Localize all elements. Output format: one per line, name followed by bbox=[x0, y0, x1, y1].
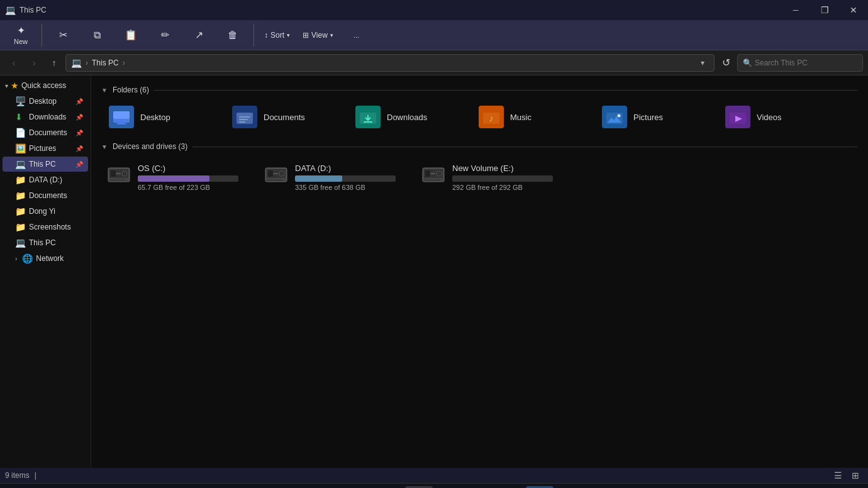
sort-chevron-icon: ▾ bbox=[287, 32, 290, 38]
svg-rect-31 bbox=[273, 173, 278, 174]
refresh-button[interactable]: ↺ bbox=[717, 54, 735, 72]
sidebar-item-desktop[interactable]: 🖥️ Desktop 📌 bbox=[3, 94, 88, 109]
drive-info-os-c: OS (C:) 65.7 GB free of 223 GB bbox=[138, 164, 238, 191]
sidebar-item-network[interactable]: › 🌐 Network bbox=[3, 251, 88, 266]
back-button[interactable]: ‹ bbox=[5, 54, 23, 72]
drives-collapse-icon[interactable]: ▼ bbox=[101, 143, 108, 150]
path-bar[interactable]: 💻 › This PC › ▾ bbox=[65, 54, 715, 72]
path-dropdown-button[interactable]: ▾ bbox=[696, 54, 709, 72]
path-item-this-pc[interactable]: This PC bbox=[92, 58, 119, 67]
forward-button[interactable]: › bbox=[25, 54, 43, 72]
close-button[interactable]: ✕ bbox=[839, 0, 868, 20]
svg-rect-1 bbox=[113, 111, 130, 119]
toolbar-divider-1 bbox=[42, 24, 42, 47]
drive-item-new-vol-e[interactable]: New Volume (E:) 292 GB free of 292 GB bbox=[416, 158, 558, 196]
folder-label: Desktop bbox=[140, 113, 170, 122]
grid-view-button[interactable]: ⊞ bbox=[848, 469, 863, 482]
downloads-folder-thumb bbox=[355, 106, 381, 128]
drives-section-title: Devices and drives (3) bbox=[113, 142, 187, 151]
taskbar: ^ 🌤 💬 📁 🔴 bbox=[0, 483, 868, 488]
edge-button[interactable] bbox=[465, 486, 493, 489]
app2-button[interactable]: 🟦 bbox=[556, 486, 584, 489]
drive-info-new-vol-e: New Volume (E:) 292 GB free of 292 GB bbox=[452, 164, 553, 191]
cut-icon: ✂ bbox=[59, 29, 67, 41]
address-bar: ‹ › ↑ 💻 › This PC › ▾ ↺ 🔍 bbox=[0, 50, 868, 75]
drive-item-data-d[interactable]: DATA (D:) 335 GB free of 638 GB bbox=[259, 158, 401, 196]
paste-button[interactable]: 📋 bbox=[115, 26, 147, 43]
search-input[interactable] bbox=[755, 58, 857, 67]
sidebar-item-label: DATA (D:) bbox=[29, 175, 83, 184]
taskview-button[interactable] bbox=[314, 486, 342, 489]
sidebar-item-label: This PC bbox=[29, 160, 72, 169]
desktop-folder-icon bbox=[112, 109, 131, 125]
word-button[interactable]: W bbox=[526, 486, 554, 489]
sidebar-item-data-d[interactable]: 📁 DATA (D:) bbox=[3, 172, 88, 187]
svg-point-33 bbox=[283, 179, 284, 180]
chrome-button[interactable] bbox=[496, 486, 523, 489]
minimize-button[interactable]: ─ bbox=[781, 0, 810, 20]
sidebar-item-this-pc[interactable]: 💻 This PC 📌 bbox=[3, 157, 88, 172]
fileexplorer-button[interactable]: 📁 bbox=[405, 486, 433, 489]
folder-label: Documents bbox=[264, 113, 305, 122]
drive-free: 335 GB free of 638 GB bbox=[295, 184, 396, 191]
details-view-button[interactable]: ☰ bbox=[830, 469, 845, 482]
share-icon: ↗ bbox=[195, 29, 203, 41]
sort-button[interactable]: ↕ Sort ▾ bbox=[259, 28, 295, 42]
drive-bar-container bbox=[295, 175, 396, 182]
drive-svg bbox=[264, 165, 288, 184]
drive-item-os-c[interactable]: OS (C:) 65.7 GB free of 223 GB bbox=[101, 158, 243, 196]
sidebar-item-label: Network bbox=[36, 254, 83, 263]
folder-label: Videos bbox=[757, 113, 782, 122]
folder-item-downloads[interactable]: Downloads bbox=[348, 102, 461, 132]
folders-collapse-icon[interactable]: ▼ bbox=[101, 87, 108, 94]
sidebar-item-dong-yi[interactable]: 📁 Dong Yi bbox=[3, 204, 88, 219]
folder-item-videos[interactable]: Videos bbox=[718, 102, 831, 132]
copy-button[interactable]: ⧉ bbox=[81, 27, 113, 43]
sidebar-item-downloads[interactable]: ⬇ Downloads 📌 bbox=[3, 109, 88, 125]
sidebar-item-label: Documents bbox=[29, 191, 83, 200]
app1-button[interactable]: 🔴 bbox=[435, 486, 463, 489]
drive-bar bbox=[295, 175, 342, 182]
drive-svg bbox=[421, 165, 445, 184]
rename-button[interactable]: ✏ bbox=[149, 26, 181, 43]
this-pc-icon: 💻 bbox=[15, 159, 25, 169]
restore-button[interactable]: ❐ bbox=[810, 0, 839, 20]
svg-rect-9 bbox=[364, 121, 372, 123]
sidebar-item-label: Downloads bbox=[29, 113, 72, 121]
pin-icon: 📌 bbox=[75, 114, 83, 121]
sidebar-item-label: Documents bbox=[29, 128, 72, 137]
network-icon: 🌐 bbox=[22, 253, 32, 263]
new-button[interactable]: ✦ New bbox=[5, 22, 36, 48]
folder-item-pictures[interactable]: Pictures bbox=[594, 102, 708, 132]
start-button[interactable] bbox=[254, 486, 282, 489]
folder-item-desktop[interactable]: Desktop bbox=[101, 102, 214, 132]
taskbar-center: 🌤 💬 📁 🔴 W 🟦 🖼 bbox=[254, 486, 614, 489]
sidebar-nav-this-pc[interactable]: 💻 This PC bbox=[3, 235, 88, 250]
path-separator-2: › bbox=[123, 58, 125, 67]
quick-access-header[interactable]: ▾ ★ Quick access bbox=[0, 78, 91, 93]
share-button[interactable]: ↗ bbox=[183, 26, 214, 43]
sidebar-item-label: Desktop bbox=[29, 97, 72, 106]
sidebar-item-documents[interactable]: 📄 Documents 📌 bbox=[3, 125, 88, 140]
folder-item-documents[interactable]: Documents bbox=[225, 102, 338, 132]
svg-rect-32 bbox=[267, 179, 286, 181]
view-button[interactable]: ⊞ View ▾ bbox=[298, 28, 338, 42]
sidebar-item-documents2[interactable]: 📁 Documents bbox=[3, 188, 88, 203]
title-bar-icon: 💻 bbox=[5, 5, 16, 15]
more-button[interactable]: ... bbox=[341, 29, 372, 42]
search-button[interactable] bbox=[284, 486, 312, 489]
up-button[interactable]: ↑ bbox=[45, 54, 63, 72]
sidebar-item-screenshots[interactable]: 📁 Screenshots bbox=[3, 219, 88, 235]
delete-button[interactable]: 🗑 bbox=[217, 27, 248, 43]
cut-button[interactable]: ✂ bbox=[47, 26, 79, 43]
sidebar-item-pictures[interactable]: 🖼️ Pictures 📌 bbox=[3, 141, 88, 156]
svg-rect-39 bbox=[430, 173, 435, 174]
this-pc-nav-icon: 💻 bbox=[15, 238, 25, 248]
screenshots-icon: 📁 bbox=[15, 222, 25, 232]
folder-item-music[interactable]: ♪ Music bbox=[471, 102, 584, 132]
rename-icon: ✏ bbox=[161, 29, 169, 41]
widgets-button[interactable]: 🌤 bbox=[345, 486, 372, 489]
drive-bar-container bbox=[452, 175, 553, 182]
photos-button[interactable]: 🖼 bbox=[586, 486, 614, 489]
teams-button[interactable]: 💬 bbox=[375, 486, 403, 489]
